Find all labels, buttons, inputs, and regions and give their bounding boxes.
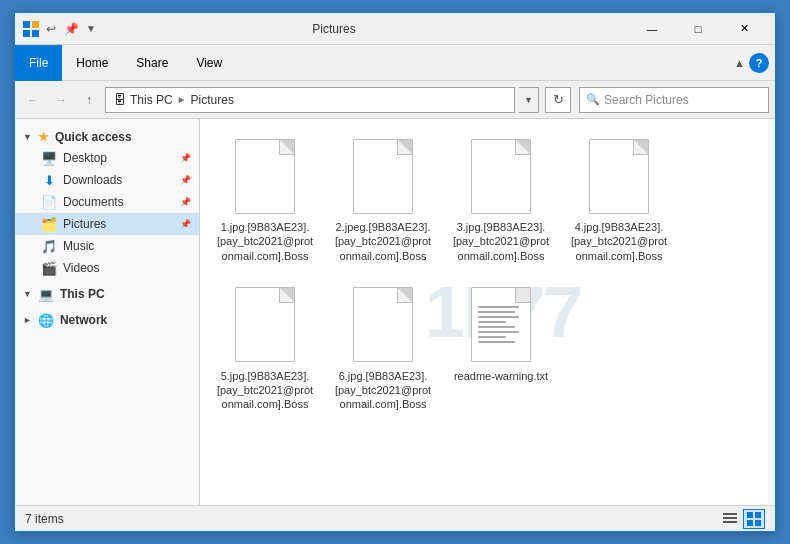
path-this-pc[interactable]: This PC — [130, 93, 173, 107]
svg-rect-2 — [23, 30, 30, 37]
file-item[interactable]: 2.jpeg.[9B83AE23].[pay_btc2021@protonmai… — [328, 129, 438, 270]
path-pictures[interactable]: Pictures — [191, 93, 234, 107]
forward-button[interactable]: → — [49, 88, 73, 112]
sidebar-downloads-label: Downloads — [63, 173, 122, 187]
sidebar-videos-label: Videos — [63, 261, 99, 275]
svg-rect-10 — [755, 520, 761, 526]
file-item[interactable]: 1.jpg.[9B83AE23].[pay_btc2021@protonmail… — [210, 129, 320, 270]
pictures-icon: 🗂️ — [41, 216, 57, 232]
items-count: 7 items — [25, 512, 64, 526]
generic-file-icon — [235, 287, 295, 362]
file-icon-wrapper — [584, 136, 654, 216]
minimize-button[interactable]: — — [629, 13, 675, 45]
file-item[interactable]: 4.jpg.[9B83AE23].[pay_btc2021@protonmail… — [564, 129, 674, 270]
quick-access-star: ★ — [38, 130, 49, 144]
address-input[interactable]: 🗄 This PC ► Pictures — [105, 87, 515, 113]
desktop-icon: 🖥️ — [41, 150, 57, 166]
search-icon: 🔍 — [586, 93, 600, 106]
search-box[interactable]: 🔍 Search Pictures — [579, 87, 769, 113]
ribbon-collapse-btn[interactable]: ▲ — [734, 57, 745, 69]
list-view-btn[interactable] — [719, 509, 741, 529]
explorer-window: ↩ 📌 ▼ Pictures — □ ✕ File Home Share Vie… — [14, 12, 776, 532]
file-item[interactable]: 6.jpg.[9B83AE23].[pay_btc2021@protonmail… — [328, 278, 438, 419]
svg-rect-4 — [723, 513, 737, 515]
sidebar-pictures-label: Pictures — [63, 217, 106, 231]
file-name: 1.jpg.[9B83AE23].[pay_btc2021@protonmail… — [215, 220, 315, 263]
svg-rect-0 — [23, 21, 30, 28]
close-button[interactable]: ✕ — [721, 13, 767, 45]
file-name: 3.jpg.[9B83AE23].[pay_btc2021@protonmail… — [451, 220, 551, 263]
tab-view[interactable]: View — [182, 45, 236, 81]
generic-file-icon — [235, 139, 295, 214]
file-icon-wrapper — [230, 136, 300, 216]
sidebar-section-network[interactable]: ► 🌐 Network — [15, 309, 199, 331]
pin-documents-icon: 📌 — [180, 197, 191, 207]
file-icon-wrapper — [466, 285, 536, 365]
search-placeholder: Search Pictures — [604, 93, 689, 107]
files-grid: 1.jpg.[9B83AE23].[pay_btc2021@protonmail… — [210, 129, 765, 419]
tab-home[interactable]: Home — [62, 45, 122, 81]
svg-rect-7 — [747, 512, 753, 518]
generic-file-icon — [353, 287, 413, 362]
address-dropdown-btn[interactable]: ▼ — [519, 87, 539, 113]
svg-rect-6 — [723, 521, 737, 523]
sidebar-desktop-label: Desktop — [63, 151, 107, 165]
sidebar-item-desktop[interactable]: 🖥️ Desktop 📌 — [15, 147, 199, 169]
this-pc-label: This PC — [60, 287, 105, 301]
path-sep1: ► — [177, 94, 187, 105]
maximize-button[interactable]: □ — [675, 13, 721, 45]
quick-access-label: Quick access — [55, 130, 132, 144]
path-breadcrumb-icon: 🗄 — [114, 93, 126, 107]
sidebar-section-this-pc[interactable]: ▼ 💻 This PC — [15, 283, 199, 305]
music-icon: 🎵 — [41, 238, 57, 254]
svg-rect-3 — [32, 30, 39, 37]
generic-file-icon — [353, 139, 413, 214]
file-item[interactable]: 5.jpg.[9B83AE23].[pay_btc2021@protonmail… — [210, 278, 320, 419]
title-bar: ↩ 📌 ▼ Pictures — □ ✕ — [15, 13, 775, 45]
text-file-icon — [471, 287, 531, 362]
svg-rect-8 — [755, 512, 761, 518]
sidebar-item-downloads[interactable]: ⬇ Downloads 📌 — [15, 169, 199, 191]
status-bar: 7 items — [15, 505, 775, 531]
tab-file[interactable]: File — [15, 45, 62, 81]
pin-pictures-icon: 📌 — [180, 219, 191, 229]
svg-rect-1 — [32, 21, 39, 28]
file-icon-wrapper — [348, 136, 418, 216]
generic-file-icon — [589, 139, 649, 214]
this-pc-icon: 💻 — [38, 286, 54, 302]
sidebar-item-music[interactable]: 🎵 Music — [15, 235, 199, 257]
sidebar-item-documents[interactable]: 📄 Documents 📌 — [15, 191, 199, 213]
window-title: Pictures — [39, 22, 629, 36]
file-icon-wrapper — [466, 136, 536, 216]
view-controls — [719, 509, 765, 529]
back-button[interactable]: ← — [21, 88, 45, 112]
pin-downloads-icon: 📌 — [180, 175, 191, 185]
sidebar-item-pictures[interactable]: 🗂️ Pictures 📌 — [15, 213, 199, 235]
videos-icon: 🎬 — [41, 260, 57, 276]
refresh-button[interactable]: ↻ — [545, 87, 571, 113]
sidebar-section-quick-access[interactable]: ▼ ★ Quick access — [15, 127, 199, 147]
ribbon: File Home Share View ▲ ? — [15, 45, 775, 81]
network-chevron: ► — [23, 315, 32, 325]
sidebar-item-videos[interactable]: 🎬 Videos — [15, 257, 199, 279]
sidebar: ▼ ★ Quick access 🖥️ Desktop 📌 ⬇ Download… — [15, 119, 200, 505]
up-button[interactable]: ↑ — [77, 88, 101, 112]
file-name: 4.jpg.[9B83AE23].[pay_btc2021@protonmail… — [569, 220, 669, 263]
svg-rect-9 — [747, 520, 753, 526]
this-pc-chevron: ▼ — [23, 289, 32, 299]
file-item[interactable]: 3.jpg.[9B83AE23].[pay_btc2021@protonmail… — [446, 129, 556, 270]
help-btn[interactable]: ? — [749, 53, 769, 73]
file-name: 2.jpeg.[9B83AE23].[pay_btc2021@protonmai… — [333, 220, 433, 263]
app-icon — [23, 21, 39, 37]
tab-share[interactable]: Share — [122, 45, 182, 81]
large-icons-view-btn[interactable] — [743, 509, 765, 529]
file-item[interactable]: readme-warning.txt — [446, 278, 556, 419]
main-area: ▼ ★ Quick access 🖥️ Desktop 📌 ⬇ Download… — [15, 119, 775, 505]
file-icon-wrapper — [230, 285, 300, 365]
documents-icon: 📄 — [41, 194, 57, 210]
file-name: 6.jpg.[9B83AE23].[pay_btc2021@protonmail… — [333, 369, 433, 412]
downloads-icon: ⬇ — [41, 172, 57, 188]
svg-rect-5 — [723, 517, 737, 519]
file-area: 1F77 1.jpg.[9B83AE23].[pay_btc2021@proto… — [200, 119, 775, 505]
pin-desktop-icon: 📌 — [180, 153, 191, 163]
